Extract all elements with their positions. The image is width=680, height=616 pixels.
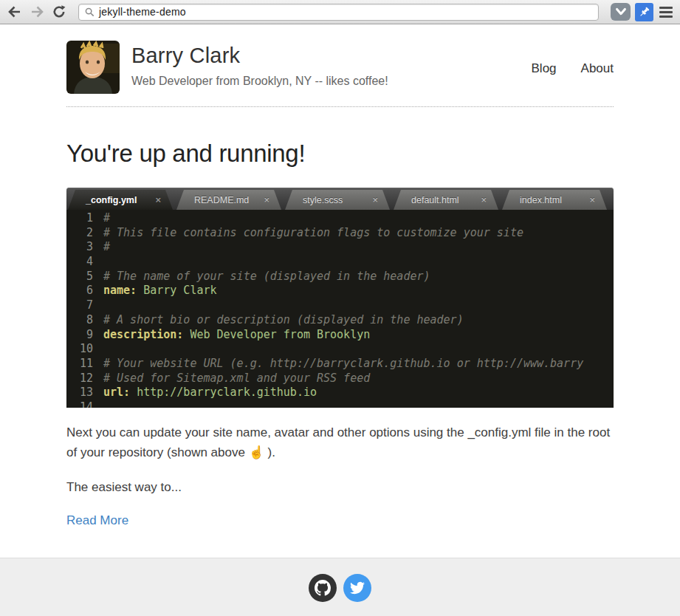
page-body: Barry Clark Web Developer from Brooklyn,…: [0, 24, 680, 558]
line-number: 3: [66, 240, 93, 255]
line-content: [93, 400, 103, 408]
line-number: 8: [66, 313, 93, 328]
pin-button[interactable]: [635, 3, 653, 21]
token-value: Barry Clark: [137, 284, 216, 297]
tab-close-icon[interactable]: ×: [264, 194, 269, 205]
line-number: 6: [66, 284, 93, 298]
code-line-1: 1#: [66, 211, 614, 226]
refresh-button[interactable]: [50, 3, 68, 21]
line-number: 14: [66, 400, 93, 408]
line-content: # Used for Sitemap.xml and your RSS feed: [93, 372, 370, 386]
code-line-11: 11# Your website URL (e.g. http://barryc…: [66, 357, 614, 372]
line-number: 7: [66, 298, 93, 313]
line-content: #: [93, 240, 110, 255]
token-key: name:: [103, 284, 137, 297]
tab-label: default.html: [411, 195, 459, 205]
tab-label: README.md: [194, 195, 249, 205]
line-content: # This file contains configuration flags…: [93, 226, 523, 241]
pocket-chevron-icon: [614, 7, 628, 17]
line-number: 4: [66, 255, 93, 270]
token-comment: #: [103, 211, 110, 225]
line-content: # Your website URL (e.g. http://barrycla…: [93, 357, 583, 372]
code-line-4: 4: [66, 255, 614, 270]
twitter-icon: [350, 581, 365, 595]
line-number: 11: [66, 357, 93, 372]
editor-tab-bar: _config.yml×README.md×style.scss×default…: [66, 188, 614, 210]
paragraph-text: ).: [264, 445, 275, 459]
line-content: url: http://barryclark.github.io: [93, 386, 317, 400]
code-line-3: 3#: [66, 240, 614, 255]
tab-close-icon[interactable]: ×: [372, 194, 378, 205]
token-value: http://barryclark.github.io: [130, 386, 317, 399]
forward-button[interactable]: [28, 3, 46, 21]
token-comment: # A short bio or description (displayed …: [103, 313, 464, 326]
pocket-button[interactable]: [611, 3, 631, 21]
paragraph-text: Next you can update your site name, avat…: [66, 425, 610, 459]
github-link[interactable]: [309, 574, 337, 602]
token-comment: # The name of your site (displayed in th…: [103, 270, 430, 283]
post-excerpt: The easiest way to...: [66, 477, 614, 497]
editor-tab-_config.yml[interactable]: _config.yml×: [68, 190, 173, 210]
code-line-14: 14: [66, 400, 614, 408]
line-number: 10: [66, 342, 93, 357]
code-line-7: 7: [66, 298, 614, 313]
line-number: 2: [66, 226, 93, 241]
line-number: 12: [66, 372, 93, 386]
line-number: 5: [66, 270, 93, 284]
line-content: # The name of your site (displayed in th…: [93, 270, 430, 284]
editor-tab-README.md[interactable]: README.md×: [176, 190, 281, 210]
avatar[interactable]: [66, 41, 120, 94]
line-number: 9: [66, 328, 93, 343]
site-description: Web Developer from Brooklyn, NY -- likes…: [131, 75, 388, 88]
site-title[interactable]: Barry Clark: [131, 44, 388, 68]
tab-close-icon[interactable]: ×: [589, 194, 595, 205]
code-line-8: 8# A short bio or description (displayed…: [66, 313, 614, 328]
nav-link-blog[interactable]: Blog: [532, 61, 557, 76]
menu-button[interactable]: [658, 5, 674, 19]
back-button[interactable]: [6, 3, 24, 21]
github-icon: [315, 580, 331, 596]
twitter-link[interactable]: [343, 574, 371, 602]
line-content: [93, 342, 103, 357]
post-paragraph: Next you can update your site name, avat…: [66, 422, 614, 462]
tab-label: _config.yml: [86, 195, 137, 205]
code-line-13: 13url: http://barryclark.github.io: [66, 386, 614, 400]
token-value: Web Developer from Brooklyn: [183, 328, 370, 341]
code-line-2: 2# This file contains configuration flag…: [66, 226, 614, 241]
editor-tab-style.scss[interactable]: style.scss×: [285, 190, 390, 210]
token-comment: # Your website URL (e.g. http://barrycla…: [103, 357, 583, 370]
line-content: description: Web Developer from Brooklyn: [93, 328, 370, 343]
forward-arrow-icon: [30, 4, 44, 19]
code-line-10: 10: [66, 342, 614, 357]
avatar-photo: [66, 41, 120, 94]
token-comment: # Used for Sitemap.xml and your RSS feed: [103, 372, 370, 385]
tab-close-icon[interactable]: ×: [155, 194, 161, 205]
post: You're up and running! _config.yml×READM…: [66, 140, 614, 528]
token-key: description:: [103, 328, 183, 341]
url-bar[interactable]: jekyll-theme-demo: [78, 4, 599, 21]
line-content: name: Barry Clark: [93, 284, 217, 298]
editor-tab-default.html[interactable]: default.html×: [394, 190, 498, 210]
tab-close-icon[interactable]: ×: [481, 194, 487, 205]
editor-tab-index.html[interactable]: index.html×: [502, 190, 607, 210]
url-text: jekyll-theme-demo: [99, 6, 186, 18]
site-header: Barry Clark Web Developer from Brooklyn,…: [66, 24, 614, 107]
post-title: You're up and running!: [66, 140, 614, 168]
back-arrow-icon: [7, 4, 22, 19]
code-editor-screenshot: _config.yml×README.md×style.scss×default…: [66, 188, 614, 408]
line-number: 1: [66, 211, 93, 226]
token-comment: #: [103, 240, 110, 253]
tab-label: index.html: [520, 195, 562, 205]
code-line-9: 9description: Web Developer from Brookly…: [66, 328, 614, 343]
nav-link-about[interactable]: About: [581, 61, 614, 76]
site-nav: BlogAbout: [532, 61, 614, 76]
line-content: [93, 255, 103, 270]
read-more-link[interactable]: Read More: [66, 513, 128, 528]
tab-label: style.scss: [303, 195, 343, 205]
editor-code-area: 1#2# This file contains configuration fl…: [66, 210, 614, 408]
refresh-icon: [52, 4, 66, 19]
line-content: #: [93, 211, 110, 226]
line-content: # A short bio or description (displayed …: [93, 313, 464, 328]
code-line-5: 5# The name of your site (displayed in t…: [66, 270, 614, 284]
pushpin-icon: [637, 5, 651, 19]
